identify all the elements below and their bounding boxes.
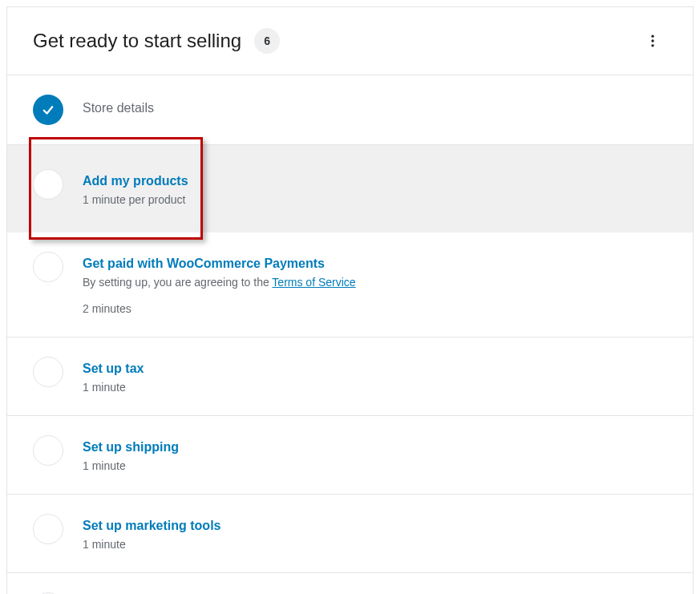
task-duration: 1 minute: [83, 379, 144, 396]
task-title: Set up marketing tools: [83, 519, 221, 533]
task-item-set-up-tax[interactable]: Set up tax 1 minute: [7, 337, 693, 416]
task-status-pending-icon: [33, 169, 63, 200]
card-header: Get ready to start selling 6: [7, 7, 693, 75]
task-title: Store details: [83, 101, 154, 115]
task-content: Set up shipping 1 minute: [83, 435, 179, 475]
task-status-pending-icon: [33, 435, 63, 466]
task-content: Get paid with WooCommerce Payments By se…: [83, 252, 356, 317]
task-content: Set up tax 1 minute: [83, 357, 144, 396]
task-status-pending-icon: [33, 357, 63, 387]
more-menu-button[interactable]: [638, 26, 667, 55]
task-subtitle: 1 minute per product: [83, 192, 188, 208]
task-list: Store details Add my products 1 minute p…: [7, 75, 693, 594]
task-item-add-products[interactable]: Add my products 1 minute per product: [7, 145, 693, 232]
setup-card: Get ready to start selling 6 Store detai…: [6, 6, 694, 594]
task-status-done-icon: [33, 95, 63, 125]
task-item-marketing-tools[interactable]: Set up marketing tools 1 minute: [7, 495, 693, 573]
task-title: Set up shipping: [83, 440, 179, 455]
task-item-store-details[interactable]: Store details: [7, 75, 693, 145]
task-duration: 1 minute: [83, 458, 179, 475]
svg-point-0: [651, 35, 653, 38]
card-title: Get ready to start selling: [33, 30, 241, 52]
task-title: Set up tax: [83, 362, 144, 376]
more-vertical-icon: [645, 33, 661, 49]
check-icon: [41, 103, 55, 117]
task-duration: 2 minutes: [83, 301, 356, 317]
task-duration: 1 minute: [83, 536, 221, 553]
task-title: Add my products: [83, 174, 188, 188]
task-item-personalize-store[interactable]: Personalize my store: [7, 573, 693, 594]
terms-of-service-link[interactable]: Terms of Service: [272, 276, 355, 289]
svg-point-1: [651, 39, 653, 42]
task-subtitle: By setting up, you are agreeing to the T…: [83, 274, 356, 291]
task-status-pending-icon: [33, 514, 63, 544]
task-item-get-paid[interactable]: Get paid with WooCommerce Payments By se…: [7, 232, 693, 337]
task-count-badge: 6: [254, 28, 280, 54]
task-item-set-up-shipping[interactable]: Set up shipping 1 minute: [7, 416, 693, 495]
svg-point-2: [651, 44, 653, 46]
subtitle-prefix: By setting up, you are agreeing to the: [83, 276, 272, 289]
task-content: Set up marketing tools 1 minute: [83, 514, 221, 553]
task-status-pending-icon: [33, 252, 63, 282]
task-content: Add my products 1 minute per product: [83, 169, 188, 208]
task-content: Store details: [83, 95, 154, 115]
task-title: Get paid with WooCommerce Payments: [83, 257, 356, 271]
header-left: Get ready to start selling 6: [33, 28, 280, 54]
